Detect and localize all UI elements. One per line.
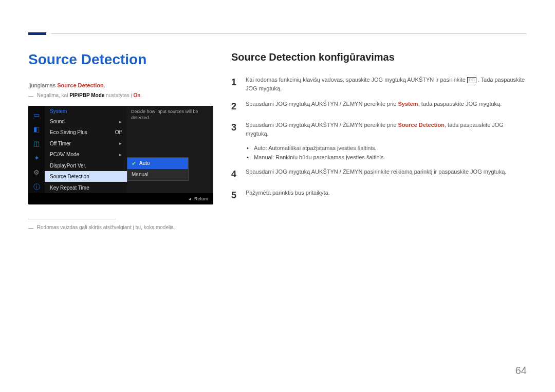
note-prefix: Negalima, kai: [37, 92, 69, 98]
osd-screenshot: ▭ ◧ ◫ ✦ ⚙ ⓘ System Sound▸ Eco Saving Plu…: [28, 106, 213, 204]
header-accent: [28, 32, 46, 35]
osd-item-keyrepeat: Key Repeat Time: [45, 182, 127, 193]
menu-icon: ΠΠ: [467, 77, 476, 83]
step-1-text: Kai rodomas funkcinių klavišų vadovas, s…: [246, 76, 527, 92]
left-column: Source Detection Įjungiamas Source Detec…: [28, 51, 218, 231]
return-arrow-icon: ◂: [189, 196, 191, 201]
intro-prefix: Įjungiamas: [28, 82, 57, 88]
return-label: Return: [194, 196, 208, 201]
note-suffix: .: [140, 92, 142, 98]
check-icon: ✔: [132, 160, 136, 167]
intro-text: Įjungiamas Source Detection.: [28, 82, 218, 88]
step-3: 3 Spausdami JOG mygtuką AUKŠTYN / ŽEMYN …: [231, 121, 527, 138]
move-icon: ✦: [31, 153, 42, 163]
osd-body: ▭ ◧ ◫ ✦ ⚙ ⓘ System Sound▸ Eco Saving Plu…: [28, 106, 213, 193]
section-title: Source Detection konfigūravimas: [231, 51, 527, 63]
intro-em: Source Detection: [57, 82, 103, 88]
step-1: 1 Kai rodomas funkcinių klavišų vadovas,…: [231, 76, 527, 92]
step-num-1: 1: [231, 76, 238, 92]
gear-icon: ⚙: [31, 167, 42, 178]
footnote: ― Rodomas vaizdas gali skirtis atsižvelg…: [28, 225, 218, 231]
osd-item-sound: Sound▸: [45, 116, 127, 127]
picture-icon: ◧: [31, 124, 42, 135]
osd-description: Decide how input sources will be detecte…: [131, 109, 198, 120]
step-num-5: 5: [231, 189, 238, 202]
step-2: 2 Spausdami JOG mygtuką AUKŠTYN / ŽEMYN …: [231, 100, 527, 114]
bullet-auto: Auto: Automatiškai atpažįstamas įvesties…: [247, 145, 527, 151]
osd-footer: ◂ Return: [28, 193, 213, 204]
info-icon: ⓘ: [31, 182, 42, 192]
osd-popup-manual: Manual: [127, 169, 188, 180]
page-title: Source Detection: [28, 51, 218, 68]
step-5: 5 Pažymėta parinktis bus pritaikyta.: [231, 189, 527, 202]
osd-popup-auto: ✔Auto: [127, 158, 188, 169]
footnote-rule: [28, 219, 116, 219]
osd-description-panel: Decide how input sources will be detecte…: [127, 106, 213, 193]
osd-item-offtimer: Off Timer▸: [45, 138, 127, 149]
osd-menu: System Sound▸ Eco Saving PlusOff Off Tim…: [45, 106, 127, 193]
note-em1: PIP/PBP Mode: [69, 92, 104, 98]
page-number: 64: [515, 365, 527, 377]
step-num-3: 3: [231, 121, 238, 138]
osd-iconbar: ▭ ◧ ◫ ✦ ⚙ ⓘ: [28, 106, 45, 193]
step-num-2: 2: [231, 100, 238, 114]
step-num-4: 4: [231, 167, 238, 181]
osd-item-dpver: DisplayPort Ver.: [45, 160, 127, 171]
step-3-text: Spausdami JOG mygtuką AUKŠTYN / ŽEMYN pe…: [246, 121, 527, 138]
bullet-manual: Manual: Rankiniu būdu parenkamas įvestie…: [247, 154, 527, 160]
right-column: Source Detection konfigūravimas 1 Kai ro…: [231, 51, 527, 210]
pip-icon: ◫: [31, 139, 42, 149]
step-2-text: Spausdami JOG mygtuką AUKŠTYN / ŽEMYN pe…: [246, 100, 502, 114]
note-dash-icon: ―: [28, 93, 35, 99]
osd-item-eco: Eco Saving PlusOff: [45, 127, 127, 138]
intro-suffix: .: [104, 82, 105, 88]
note-em2: On: [133, 92, 140, 98]
osd-item-source-detection: Source Detection: [45, 171, 127, 182]
osd-item-pcav: PC/AV Mode▸: [45, 149, 127, 160]
osd-section-title: System: [45, 106, 127, 116]
step-4-text: Spausdami JOG mygtuką AUKŠTYN / ŽEMYN pa…: [246, 167, 506, 181]
display-icon: ▭: [31, 110, 42, 120]
restriction-note: ― Negalima, kai PIP/PBP Mode nustatytas …: [28, 92, 218, 99]
note-mid: nustatytas į: [104, 92, 133, 98]
osd-popup: ✔Auto Manual: [127, 157, 189, 181]
option-bullets: Auto: Automatiškai atpažįstamas įvesties…: [247, 145, 527, 160]
note-dash-icon: ―: [28, 225, 35, 231]
step-5-text: Pažymėta parinktis bus pritaikyta.: [246, 189, 330, 202]
header-rule: [51, 33, 527, 34]
step-4: 4 Spausdami JOG mygtuką AUKŠTYN / ŽEMYN …: [231, 167, 527, 181]
